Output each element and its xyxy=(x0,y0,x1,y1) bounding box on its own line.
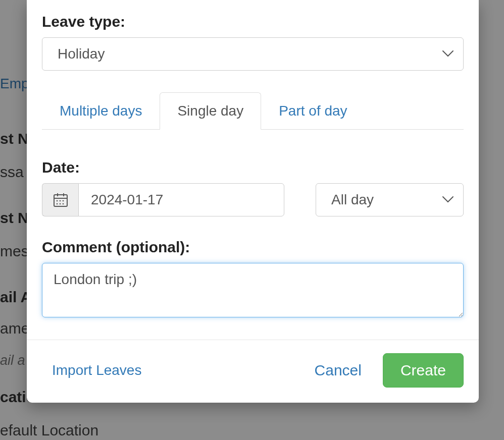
cancel-button[interactable]: Cancel xyxy=(315,362,362,379)
day-part-select[interactable]: All day xyxy=(316,183,464,216)
leave-type-label: Leave type: xyxy=(42,13,464,30)
date-input[interactable] xyxy=(78,183,284,216)
svg-point-9 xyxy=(62,203,64,205)
calendar-icon[interactable] xyxy=(42,183,78,216)
svg-point-7 xyxy=(56,203,58,205)
svg-point-5 xyxy=(59,200,61,202)
duration-tabs: Multiple days Single day Part of day xyxy=(42,92,464,130)
create-button[interactable]: Create xyxy=(383,353,464,388)
tab-part-of-day[interactable]: Part of day xyxy=(261,92,365,130)
tab-single-day[interactable]: Single day xyxy=(160,92,261,130)
day-part-select-wrap: All day xyxy=(316,183,464,216)
date-input-group xyxy=(42,183,284,216)
modal-body: Leave type: Holiday Multiple days Single… xyxy=(27,0,479,340)
comment-label: Comment (optional): xyxy=(42,239,464,256)
modal-footer: Import Leaves Cancel Create xyxy=(27,340,479,403)
svg-point-4 xyxy=(56,200,58,202)
leave-type-select[interactable]: Holiday xyxy=(42,37,464,71)
leave-modal: Leave type: Holiday Multiple days Single… xyxy=(27,0,479,403)
date-label: Date: xyxy=(42,159,284,176)
leave-type-select-wrap: Holiday xyxy=(42,37,464,71)
svg-point-8 xyxy=(59,203,61,205)
comment-textarea[interactable] xyxy=(42,263,464,317)
date-row: Date: All d xyxy=(42,138,464,216)
svg-point-6 xyxy=(62,200,64,202)
date-group: Date: xyxy=(42,138,284,216)
tab-multiple-days[interactable]: Multiple days xyxy=(42,92,160,130)
import-leaves-link[interactable]: Import Leaves xyxy=(52,362,141,378)
